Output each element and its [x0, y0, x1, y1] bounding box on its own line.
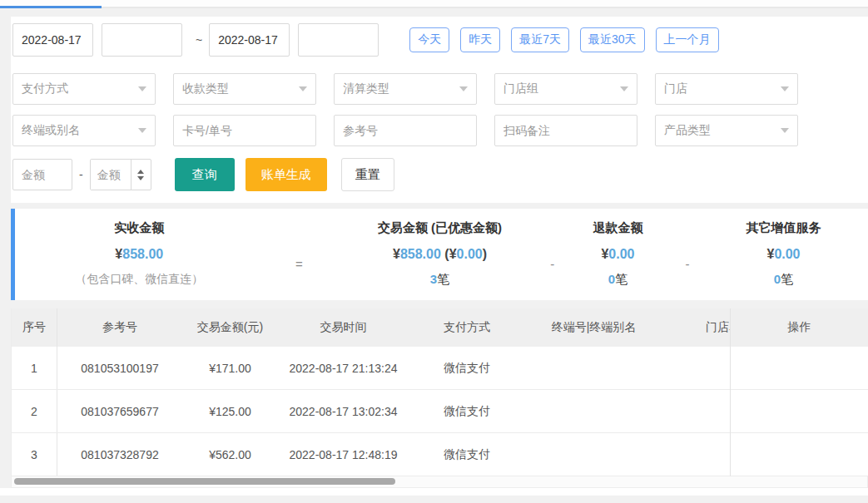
quick-yesterday-button[interactable]: 昨天: [460, 27, 500, 52]
column-header-reference: 参考号: [57, 320, 182, 335]
other-services-amount: ¥0.00: [699, 247, 868, 262]
chevron-down-icon: [781, 86, 789, 91]
store-group-select[interactable]: 门店组: [494, 73, 637, 105]
column-header-payment-method: 支付方式: [409, 320, 525, 335]
actual-received-note: （包含口碑、微信直连）: [15, 272, 264, 287]
transactions-table: 序号 参考号 交易金额(元) 交易时间 支付方式 终端号|终端别名 门店名称 1…: [11, 308, 868, 476]
summary-transaction-amount: 交易金额 (已优惠金额) ¥858.00 (¥0.00) 3笔: [335, 220, 545, 288]
chevron-down-icon: [138, 128, 146, 133]
chevron-down-icon: [781, 128, 789, 133]
row-index: 1: [12, 347, 57, 389]
transaction-amount-label: 交易金额 (已优惠金额): [335, 220, 545, 236]
action-cell: [731, 390, 868, 433]
minus-sign: -: [545, 220, 560, 288]
spinner-down-icon[interactable]: [137, 176, 144, 180]
refund-label: 退款金额: [560, 220, 676, 236]
filter-row-2: 终端或别名 产品类型: [12, 115, 868, 146]
chevron-down-icon: [138, 86, 146, 91]
date-range-separator: ~: [196, 33, 202, 47]
minus-sign: -: [676, 220, 699, 288]
row-payment-method: 微信支付: [409, 404, 525, 419]
quick-last-month-button[interactable]: 上一个月: [656, 27, 719, 52]
summary-other-services: 其它增值服务 ¥0.00 0笔: [699, 220, 868, 288]
actual-received-amount: ¥858.00: [15, 247, 264, 262]
scan-remark-input[interactable]: [494, 115, 637, 146]
payment-method-label: 支付方式: [22, 81, 68, 96]
actual-received-label: 实收金额: [15, 220, 264, 236]
search-button[interactable]: 查询: [175, 158, 235, 191]
action-cell: [731, 347, 868, 390]
filter-row-1: 支付方式 收款类型 清算类型 门店组 门店: [12, 73, 868, 105]
quantity-stepper[interactable]: [131, 160, 151, 190]
row-reference: 081053100197: [57, 362, 182, 375]
receipt-type-label: 收款类型: [182, 81, 229, 96]
generate-bill-button[interactable]: 账单生成: [246, 158, 327, 191]
product-type-label: 产品类型: [664, 123, 711, 138]
payment-method-select[interactable]: 支付方式: [12, 73, 156, 105]
row-reference: 081037328792: [57, 448, 182, 461]
horizontal-scrollbar[interactable]: [11, 476, 868, 488]
date-filter-row: ~ 今天 昨天 最近7天 最近30天 上一个月: [12, 23, 868, 57]
row-time: 2022-08-17 12:48:19: [278, 448, 409, 461]
card-or-order-number-input[interactable]: [173, 115, 316, 146]
row-payment-method: 微信支付: [409, 361, 525, 376]
equals-sign: =: [264, 220, 335, 288]
settlement-type-select[interactable]: 清算类型: [334, 73, 477, 105]
reference-number-input[interactable]: [334, 115, 477, 146]
store-label: 门店: [664, 81, 687, 96]
spinner-up-icon[interactable]: [137, 170, 144, 174]
row-index: 2: [12, 390, 57, 432]
date-from-input[interactable]: [12, 23, 93, 57]
other-services-count: 0笔: [699, 272, 868, 288]
amount-max-input[interactable]: [91, 160, 131, 190]
tab-bar: [0, 0, 868, 8]
terminal-or-alias-label: 终端或别名: [22, 123, 80, 138]
summary-panel: 实收金额 ¥858.00 （包含口碑、微信直连） = 交易金额 (已优惠金额) …: [11, 209, 868, 300]
column-header-terminal: 终端号|终端别名: [525, 320, 662, 335]
summary-refund: 退款金额 ¥0.00 0笔: [560, 220, 676, 288]
amount-and-actions-row: - 查询 账单生成 重置: [12, 158, 868, 191]
filter-panel: ~ 今天 昨天 最近7天 最近30天 上一个月 支付方式 收款类型 清算类型 门…: [11, 17, 868, 203]
row-time: 2022-08-17 13:02:34: [278, 405, 409, 418]
fixed-action-column: 操作: [730, 308, 868, 476]
scrollbar-thumb[interactable]: [14, 478, 395, 485]
refund-amount: ¥0.00: [560, 247, 676, 262]
transaction-count: 3笔: [335, 272, 545, 288]
column-header-action: 操作: [731, 308, 868, 347]
settlement-type-label: 清算类型: [343, 81, 389, 96]
footer-strip: [0, 488, 868, 496]
amount-max-stepper: [90, 159, 151, 190]
column-header-amount: 交易金额(元): [182, 320, 278, 335]
time-from-input[interactable]: [102, 23, 182, 57]
time-to-input[interactable]: [298, 23, 379, 57]
row-index: 3: [12, 433, 57, 476]
row-reference: 081037659677: [57, 405, 182, 418]
transaction-amount-value: ¥858.00 (¥0.00): [335, 247, 545, 262]
quick-last7days-button[interactable]: 最近7天: [511, 27, 569, 52]
summary-actual-received: 实收金额 ¥858.00 （包含口碑、微信直连）: [15, 220, 264, 288]
reset-button[interactable]: 重置: [341, 158, 394, 191]
chevron-down-icon: [459, 86, 468, 91]
store-group-label: 门店组: [503, 81, 538, 96]
row-amount: ¥125.00: [182, 405, 278, 418]
receipt-type-select[interactable]: 收款类型: [173, 73, 316, 105]
date-to-input[interactable]: [209, 23, 290, 57]
row-time: 2022-08-17 21:13:24: [278, 362, 409, 375]
column-header-index: 序号: [12, 308, 57, 347]
quick-last30days-button[interactable]: 最近30天: [580, 27, 645, 52]
row-payment-method: 微信支付: [409, 447, 525, 462]
store-select[interactable]: 门店: [655, 73, 798, 105]
active-tab-indicator[interactable]: [0, 6, 102, 8]
other-services-label: 其它增值服务: [699, 220, 868, 236]
quick-today-button[interactable]: 今天: [409, 27, 449, 52]
column-header-time: 交易时间: [278, 320, 409, 335]
row-amount: ¥171.00: [182, 362, 278, 375]
product-type-select[interactable]: 产品类型: [655, 115, 798, 146]
chevron-down-icon: [299, 86, 307, 91]
chevron-down-icon: [620, 86, 628, 91]
amount-min-input[interactable]: [12, 159, 72, 190]
row-amount: ¥562.00: [182, 448, 278, 461]
refund-count: 0笔: [560, 272, 676, 288]
terminal-or-alias-select[interactable]: 终端或别名: [12, 115, 156, 146]
action-cell: [731, 433, 868, 476]
